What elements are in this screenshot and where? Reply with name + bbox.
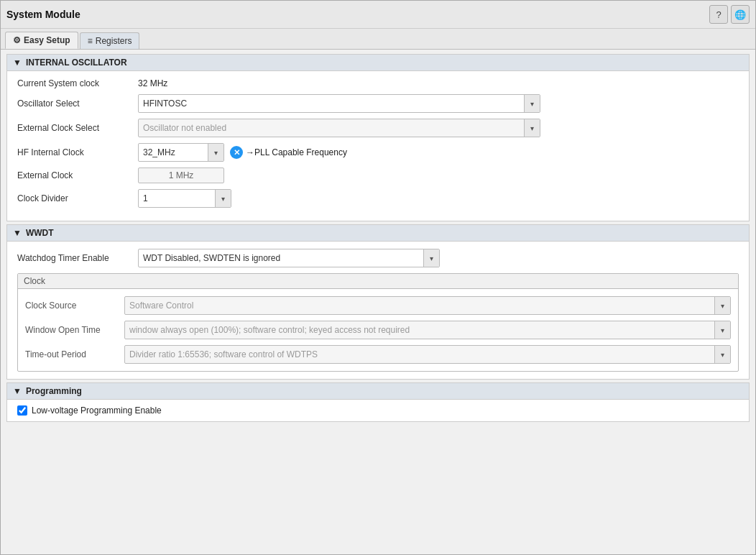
- watchdog-timer-value: WDT Disabled, SWDTEN is ignored: [139, 251, 423, 265]
- hf-internal-clock-wrapper: 32_MHz ▾: [138, 143, 224, 162]
- oscillator-select-row: Oscillator Select HFINTOSC ▾: [17, 94, 739, 113]
- clock-group-body: Clock Source Software Control ▾ Window O…: [18, 289, 738, 371]
- low-voltage-checkbox[interactable]: [17, 405, 27, 416]
- low-voltage-label: Low-voltage Programming Enable: [32, 405, 162, 416]
- tab-registers-label: Registers: [96, 36, 132, 46]
- clock-group-box: Clock Clock Source Software Control ▾: [17, 273, 739, 372]
- clock-divider-wrapper: 1 ▾: [138, 189, 231, 208]
- external-clock-select-value: Oscillator not enabled: [139, 121, 524, 135]
- external-clock-select-row: External Clock Select Oscillator not ena…: [17, 119, 739, 137]
- content-area: ▼ INTERNAL OSCILLATOR Current System clo…: [1, 50, 755, 429]
- chevron-internal-oscillator: ▼: [13, 58, 22, 68]
- tab-registers[interactable]: ≡ Registers: [80, 32, 140, 49]
- title-bar-icons: ? 🌐: [709, 5, 750, 24]
- clock-group-header: Clock: [18, 274, 738, 289]
- tab-bar: ⚙ Easy Setup ≡ Registers: [1, 29, 755, 50]
- external-clock-select-label: External Clock Select: [17, 123, 132, 133]
- title-bar: System Module ? 🌐: [1, 1, 755, 29]
- clock-source-row: Clock Source Software Control ▾: [18, 293, 738, 318]
- section-wwdt: ▼ WWDT Watchdog Timer Enable WDT Disable…: [6, 224, 750, 380]
- hf-internal-clock-value: 32_MHz: [139, 145, 208, 160]
- help-button[interactable]: ?: [709, 5, 728, 24]
- current-system-clock-value: 32 MHz: [138, 78, 167, 88]
- section-internal-oscillator-label: INTERNAL OSCILLATOR: [26, 58, 127, 68]
- clock-divider-value: 1: [139, 191, 215, 206]
- oscillator-select-value: HFINTOSC: [139, 96, 524, 111]
- pll-badge: ✕ →PLL Capable Frequency: [230, 146, 347, 159]
- chevron-wwdt: ▼: [13, 228, 22, 238]
- pll-label: →PLL Capable Frequency: [246, 147, 347, 157]
- hf-internal-clock-label: HF Internal Clock: [17, 147, 132, 157]
- watchdog-timer-label: Watchdog Timer Enable: [17, 253, 132, 263]
- timeout-period-row: Time-out Period Divider ratio 1:65536; s…: [18, 342, 738, 367]
- section-programming-label: Programming: [26, 386, 82, 396]
- clock-divider-label: Clock Divider: [17, 193, 132, 203]
- external-clock-select-wrapper: Oscillator not enabled ▾: [138, 119, 540, 137]
- timeout-period-wrapper: Divider ratio 1:65536; software control …: [124, 345, 731, 364]
- clock-source-value: Software Control: [125, 298, 714, 313]
- section-internal-oscillator-body: Current System clock 32 MHz Oscillator S…: [7, 71, 749, 221]
- section-wwdt-header[interactable]: ▼ WWDT: [7, 225, 749, 242]
- globe-button[interactable]: 🌐: [731, 5, 750, 24]
- clock-divider-arrow[interactable]: ▾: [215, 190, 231, 207]
- window-title: System Module: [6, 9, 80, 20]
- watchdog-timer-arrow[interactable]: ▾: [423, 249, 439, 267]
- window-open-time-row: Window Open Time window always open (100…: [18, 318, 738, 342]
- oscillator-select-arrow[interactable]: ▾: [524, 95, 540, 112]
- window-open-time-wrapper: window always open (100%); software cont…: [124, 321, 731, 339]
- oscillator-select-label: Oscillator Select: [17, 98, 132, 109]
- clock-source-arrow: ▾: [714, 297, 730, 314]
- section-programming: ▼ Programming Low-voltage Programming En…: [6, 382, 750, 422]
- section-internal-oscillator: ▼ INTERNAL OSCILLATOR Current System clo…: [6, 54, 750, 221]
- clock-source-wrapper: Software Control ▾: [124, 296, 731, 315]
- globe-icon: 🌐: [734, 9, 746, 20]
- external-clock-label: External Clock: [17, 170, 132, 180]
- timeout-period-value: Divider ratio 1:65536; software control …: [125, 347, 714, 362]
- section-wwdt-body: Watchdog Timer Enable WDT Disabled, SWDT…: [7, 242, 749, 379]
- tab-easy-setup-label: Easy Setup: [24, 35, 70, 45]
- external-clock-select-arrow: ▾: [524, 119, 540, 137]
- tab-easy-setup[interactable]: ⚙ Easy Setup: [5, 32, 78, 49]
- timeout-period-label: Time-out Period: [25, 349, 119, 359]
- external-clock-value: 1 MHz: [138, 168, 224, 183]
- section-internal-oscillator-header[interactable]: ▼ INTERNAL OSCILLATOR: [7, 55, 749, 71]
- registers-icon: ≡: [88, 36, 93, 46]
- window-open-time-value: window always open (100%); software cont…: [125, 323, 714, 337]
- section-wwdt-label: WWDT: [26, 228, 54, 238]
- watchdog-timer-row: Watchdog Timer Enable WDT Disabled, SWDT…: [17, 249, 739, 267]
- clock-source-label: Clock Source: [25, 301, 119, 311]
- clock-divider-row: Clock Divider 1 ▾: [17, 189, 739, 208]
- window-open-time-label: Window Open Time: [25, 325, 119, 335]
- easy-setup-icon: ⚙: [13, 35, 21, 45]
- chevron-programming: ▼: [13, 386, 22, 396]
- help-icon: ?: [716, 9, 721, 20]
- watchdog-timer-wrapper: WDT Disabled, SWDTEN is ignored ▾: [138, 249, 440, 267]
- low-voltage-row: Low-voltage Programming Enable: [7, 400, 749, 421]
- oscillator-select-wrapper: HFINTOSC ▾: [138, 94, 540, 113]
- pll-icon[interactable]: ✕: [230, 146, 243, 159]
- section-programming-header[interactable]: ▼ Programming: [7, 383, 749, 400]
- window-open-time-arrow: ▾: [714, 321, 730, 339]
- main-window: System Module ? 🌐 ⚙ Easy Setup ≡ Registe…: [0, 0, 756, 555]
- current-system-clock-label: Current System clock: [17, 78, 132, 88]
- timeout-period-arrow: ▾: [714, 346, 730, 363]
- hf-internal-clock-row: HF Internal Clock 32_MHz ▾ ✕ →PLL Capabl…: [17, 143, 739, 162]
- hf-internal-clock-arrow[interactable]: ▾: [208, 144, 223, 161]
- external-clock-row: External Clock 1 MHz: [17, 168, 739, 183]
- current-system-clock-row: Current System clock 32 MHz: [17, 78, 739, 88]
